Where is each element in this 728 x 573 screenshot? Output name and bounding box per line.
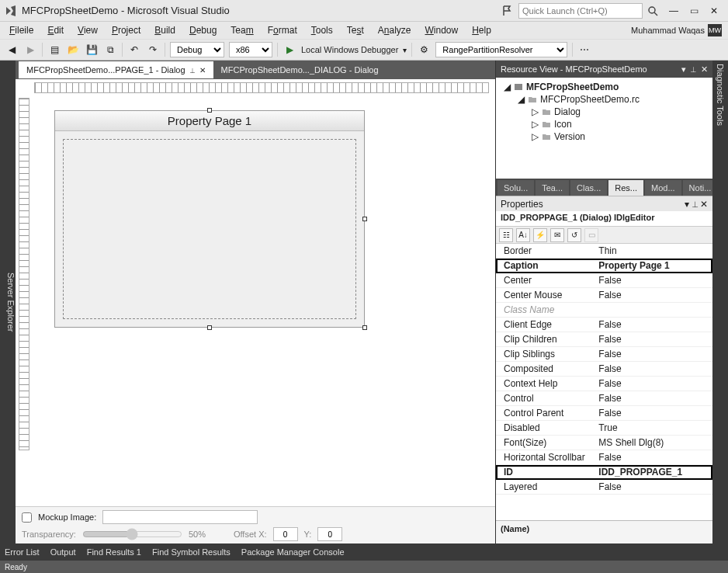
- nav-fwd-button[interactable]: ▶: [23, 43, 37, 57]
- save-all-button[interactable]: ⧉: [103, 43, 117, 57]
- property-value[interactable]: MS Shell Dlg(8): [595, 437, 712, 448]
- property-row[interactable]: CenterFalse: [496, 273, 712, 288]
- property-row[interactable]: Clip ChildrenFalse: [496, 332, 712, 347]
- property-value[interactable]: False: [595, 481, 712, 492]
- tab-modules[interactable]: Mod...: [645, 180, 681, 196]
- pin-icon[interactable]: ⟂: [190, 66, 195, 75]
- property-value[interactable]: Property Page 1: [595, 260, 712, 271]
- menu-analyze[interactable]: Analyze: [372, 23, 418, 37]
- dialog-designer-surface[interactable]: Property Page 1 Mockup Image: Transparen…: [16, 79, 495, 543]
- overrides-button[interactable]: ↺: [567, 228, 581, 242]
- tree-icon-folder[interactable]: ▷ Icon: [529, 118, 708, 130]
- menu-project[interactable]: Project: [106, 23, 147, 37]
- dialog-frame[interactable]: Property Page 1: [54, 110, 365, 328]
- menu-test[interactable]: Test: [341, 23, 370, 37]
- resize-handle-bottom-right[interactable]: [362, 325, 367, 330]
- property-row[interactable]: Class Name: [496, 303, 712, 318]
- property-value[interactable]: False: [595, 393, 712, 404]
- property-row[interactable]: LayeredFalse: [496, 480, 712, 495]
- menu-tools[interactable]: Tools: [305, 23, 339, 37]
- resize-handle-right[interactable]: [362, 217, 367, 221]
- tab-output[interactable]: Output: [50, 547, 76, 557]
- property-value[interactable]: False: [595, 334, 712, 345]
- menu-window[interactable]: Window: [418, 23, 464, 37]
- tab-solution-explorer[interactable]: Solu...: [497, 180, 534, 196]
- expand-icon[interactable]: ▷: [532, 131, 539, 142]
- maximize-button[interactable]: ▭: [685, 3, 703, 19]
- tab-class-view[interactable]: Clas...: [570, 180, 607, 196]
- events-button[interactable]: ⚡: [533, 228, 547, 242]
- menu-help[interactable]: Help: [466, 23, 497, 37]
- notification-flag-icon[interactable]: [501, 5, 512, 16]
- quick-launch-input[interactable]: [518, 3, 643, 19]
- pin-icon[interactable]: ⟂: [692, 199, 698, 210]
- tab-team-explorer[interactable]: Tea...: [536, 180, 569, 196]
- expand-icon[interactable]: ◢: [504, 82, 511, 92]
- close-pane-icon[interactable]: ✕: [700, 199, 708, 210]
- expand-icon[interactable]: ◢: [518, 94, 525, 105]
- start-debug-button[interactable]: ▶: [283, 43, 296, 57]
- find-combo[interactable]: RangePartitionResolver: [435, 42, 567, 57]
- minimize-button[interactable]: —: [664, 3, 683, 19]
- property-row[interactable]: Font(Size)MS Shell Dlg(8): [496, 436, 712, 450]
- toolbar-overflow-icon[interactable]: ⋯: [577, 43, 591, 57]
- pin-icon[interactable]: ⟂: [691, 64, 696, 75]
- property-row[interactable]: Center MouseFalse: [496, 288, 712, 303]
- property-row[interactable]: Context HelpFalse: [496, 377, 712, 391]
- settings-icon[interactable]: ⚙: [417, 43, 431, 57]
- menu-file[interactable]: Fileile: [3, 23, 40, 37]
- tree-version-folder[interactable]: ▷ Version: [529, 130, 708, 143]
- property-value[interactable]: False: [595, 452, 712, 463]
- debugger-label[interactable]: Local Windows Debugger: [301, 45, 398, 54]
- property-row[interactable]: BorderThin: [496, 244, 712, 259]
- messages-button[interactable]: ✉: [550, 228, 564, 242]
- property-row[interactable]: ControlFalse: [496, 391, 712, 406]
- resize-handle-bottom[interactable]: [207, 325, 212, 330]
- server-explorer-tab[interactable]: Server Explorer: [6, 273, 16, 332]
- tree-dialog-folder[interactable]: ▷ Dialog: [529, 106, 708, 118]
- platform-combo[interactable]: x86: [229, 42, 272, 57]
- save-button[interactable]: 💾: [85, 43, 99, 57]
- close-pane-icon[interactable]: ✕: [701, 64, 708, 75]
- property-row[interactable]: Horizontal ScrollbarFalse: [496, 450, 712, 465]
- property-row[interactable]: Control ParentFalse: [496, 406, 712, 421]
- diagnostic-tools-tab[interactable]: Diagnostic Tools: [716, 64, 725, 126]
- resize-handle-top[interactable]: [207, 108, 212, 113]
- property-value[interactable]: False: [595, 363, 712, 374]
- menu-team[interactable]: Team: [224, 23, 259, 37]
- undo-button[interactable]: ↶: [127, 43, 141, 57]
- tab-resource-view[interactable]: Res...: [608, 180, 643, 196]
- property-row[interactable]: Client EdgeFalse: [496, 318, 712, 332]
- tab-find-symbol-results[interactable]: Find Symbol Results: [152, 547, 231, 557]
- property-value[interactable]: False: [595, 290, 712, 300]
- property-value[interactable]: False: [595, 378, 712, 389]
- property-value[interactable]: False: [595, 275, 712, 286]
- dialog-client-area[interactable]: [63, 139, 356, 319]
- close-tab-icon[interactable]: ✕: [199, 66, 206, 75]
- property-row[interactable]: Clip SiblingsFalse: [496, 347, 712, 362]
- nav-back-button[interactable]: ◀: [5, 43, 19, 57]
- property-row[interactable]: CompositedFalse: [496, 362, 712, 377]
- configuration-combo[interactable]: Debug: [170, 42, 224, 57]
- property-value[interactable]: False: [595, 408, 712, 418]
- property-value[interactable]: Thin: [595, 245, 712, 256]
- tab-error-list[interactable]: Error List: [5, 547, 40, 557]
- expand-icon[interactable]: ▷: [532, 119, 539, 130]
- tab-package-manager-console[interactable]: Package Manager Console: [241, 547, 345, 557]
- menu-edit[interactable]: Edit: [41, 23, 70, 37]
- properties-grid[interactable]: BorderThinCaptionProperty Page 1CenterFa…: [496, 244, 712, 520]
- doc-tab-dialog[interactable]: MFCPropSheetDemo..._DIALOG - Dialog: [213, 61, 387, 78]
- expand-icon[interactable]: ▷: [532, 106, 539, 117]
- dropdown-icon[interactable]: ▾: [681, 64, 686, 75]
- open-button[interactable]: 📂: [66, 43, 80, 57]
- mockup-image-checkbox[interactable]: [22, 512, 32, 523]
- user-badge[interactable]: MW: [708, 24, 722, 36]
- offset-y-spin[interactable]: [317, 527, 342, 541]
- new-project-button[interactable]: ▤: [47, 43, 61, 57]
- redo-button[interactable]: ↷: [146, 43, 160, 57]
- tree-project-root[interactable]: ◢ MFCPropSheetDemo: [501, 81, 708, 93]
- close-button[interactable]: ✕: [705, 3, 723, 19]
- property-row[interactable]: DisabledTrue: [496, 421, 712, 436]
- property-pages-button[interactable]: ▭: [584, 228, 598, 242]
- doc-tab-proppage1[interactable]: MFCPropSheetDemo...PPAGE_1 - Dialog ⟂ ✕: [19, 61, 213, 78]
